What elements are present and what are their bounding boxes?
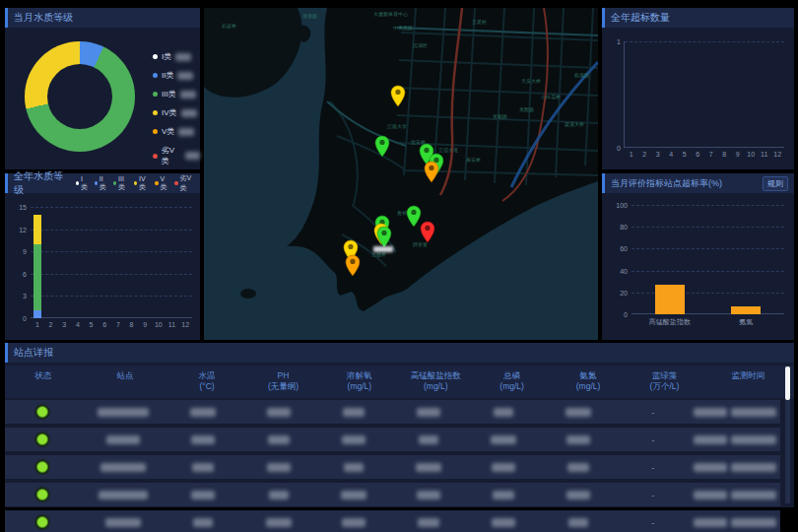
y-axis-tick: 15 bbox=[19, 204, 31, 211]
map-place-label: 中美西路 bbox=[393, 25, 413, 32]
masked-date bbox=[694, 491, 727, 499]
map-place-label: 小白花桥 bbox=[541, 94, 561, 100]
masked-value bbox=[193, 518, 213, 527]
legend-dot bbox=[155, 181, 158, 185]
legend-dot bbox=[113, 181, 116, 185]
column-header-PH: PH(无量纲) bbox=[245, 366, 321, 398]
x-axis-tick: 10 bbox=[747, 148, 755, 158]
cell-氨氮 bbox=[541, 435, 616, 444]
cell-高锰酸盐指数 bbox=[391, 463, 466, 472]
legend-dot bbox=[153, 129, 158, 134]
x-axis-tick: 7 bbox=[709, 148, 713, 158]
masked-date bbox=[694, 463, 727, 472]
x-axis-tick: 6 bbox=[102, 318, 106, 328]
legend-item[interactable]: II类 bbox=[95, 175, 107, 192]
cell-蓝绿藻: - bbox=[616, 463, 691, 472]
y-axis-tick: 40 bbox=[620, 267, 632, 274]
cell-监测时间 bbox=[691, 408, 780, 417]
masked-date bbox=[694, 435, 727, 444]
panel-header: 当月评价指标站点超标率(%) 规则 bbox=[602, 173, 794, 193]
legend-item[interactable]: 劣V类 bbox=[174, 173, 194, 193]
bar-高锰酸盐指数[interactable] bbox=[655, 285, 685, 314]
panel-header: 当月水质等级 bbox=[5, 8, 200, 28]
legend-item[interactable]: V类 bbox=[155, 175, 168, 192]
legend-dot bbox=[76, 181, 79, 185]
legend-dot bbox=[95, 181, 98, 185]
x-axis-tick: 2 bbox=[49, 318, 53, 328]
legend-item[interactable]: IV类 bbox=[153, 107, 200, 118]
legend-item[interactable]: IV类 bbox=[134, 175, 150, 192]
masked-value bbox=[100, 463, 146, 472]
x-axis-tick: 1 bbox=[35, 318, 39, 328]
map-place-label: 梁溪大桥 bbox=[565, 121, 584, 128]
map-panel[interactable]: 石皮桥渔港路大塘新体育中心中美西路滨湖区五星村天安大桥小白花桥机场路吴都路吴郡路… bbox=[204, 8, 598, 340]
x-axis-tick: 5 bbox=[683, 148, 687, 158]
table-row[interactable]: - bbox=[5, 428, 780, 451]
masked-value bbox=[190, 408, 216, 417]
cell-水温 bbox=[166, 408, 240, 417]
table-row[interactable]: - bbox=[5, 483, 780, 506]
x-axis-tick: 1 bbox=[630, 148, 633, 158]
panel-header: 站点详报 bbox=[5, 343, 794, 363]
table-row[interactable]: - bbox=[5, 400, 780, 424]
legend-label: III类 bbox=[162, 89, 176, 100]
legend-value-masked bbox=[180, 91, 196, 99]
rate-chart[interactable]: 020406080100高锰酸盐指数氨氮 bbox=[632, 205, 784, 314]
y-axis-tick: 9 bbox=[23, 248, 31, 255]
legend-value-masked bbox=[175, 53, 191, 61]
legend-item[interactable]: 劣V类 bbox=[153, 145, 200, 166]
cell-站点 bbox=[80, 435, 166, 444]
donut-chart[interactable] bbox=[25, 41, 135, 152]
legend-item[interactable]: III类 bbox=[113, 175, 128, 192]
map-place-label: 江南大学 bbox=[387, 123, 407, 130]
x-axis-tick: 4 bbox=[669, 148, 673, 158]
legend-item[interactable]: V类 bbox=[153, 126, 200, 137]
masked-value bbox=[566, 435, 590, 444]
y-gridline bbox=[31, 296, 192, 297]
x-axis-tick: 4 bbox=[76, 318, 80, 328]
legend-value-masked bbox=[178, 128, 194, 136]
cell-蓝绿藻: - bbox=[616, 491, 691, 499]
exceed-chart[interactable]: 01123456789101112 bbox=[624, 41, 784, 148]
y-gridline bbox=[632, 205, 784, 206]
cell-氨氮 bbox=[541, 408, 616, 417]
bar-segment-III类 bbox=[33, 244, 41, 311]
legend-item[interactable]: III类 bbox=[153, 89, 200, 100]
masked-value bbox=[342, 518, 366, 527]
legend-item[interactable]: I类 bbox=[153, 51, 200, 62]
panel-current-month-quality: 当月水质等级 I类II类III类IV类V类劣V类 bbox=[5, 8, 200, 169]
table-row[interactable]: - bbox=[5, 510, 780, 532]
bar-氨氮[interactable] bbox=[731, 306, 761, 314]
legend-value-masked bbox=[185, 152, 200, 160]
table-scrollbar-thumb[interactable] bbox=[785, 366, 790, 400]
legend-label: V类 bbox=[162, 126, 174, 137]
cell-溶解氧 bbox=[316, 408, 391, 417]
rule-button[interactable]: 规则 bbox=[763, 176, 788, 191]
column-header-溶解氧: 溶解氧(mg/L) bbox=[321, 366, 397, 398]
cell-氨氮 bbox=[541, 518, 616, 527]
cell-水温 bbox=[166, 518, 240, 527]
x-axis-tick: 10 bbox=[155, 318, 163, 328]
masked-value bbox=[565, 408, 591, 417]
cell-PH bbox=[241, 408, 316, 417]
y-gridline bbox=[31, 230, 192, 231]
cell-监测时间 bbox=[691, 463, 780, 472]
cell-状态 bbox=[5, 461, 80, 473]
masked-value bbox=[99, 491, 148, 499]
city-map[interactable]: 石皮桥渔港路大塘新体育中心中美西路滨湖区五星村天安大桥小白花桥机场路吴都路吴郡路… bbox=[204, 8, 598, 340]
map-place-label: 石皮桥 bbox=[222, 23, 236, 30]
legend-label: II类 bbox=[162, 70, 173, 81]
cell-监测时间 bbox=[691, 491, 780, 499]
legend-dot bbox=[153, 73, 158, 78]
table-row[interactable]: - bbox=[5, 455, 780, 479]
cell-溶解氧 bbox=[316, 518, 391, 527]
panel-header: 全年水质等级 I类II类III类IV类V类劣V类 bbox=[5, 173, 200, 193]
yearbar-chart[interactable]: 03691215123456789101112 bbox=[31, 207, 192, 318]
legend-item[interactable]: I类 bbox=[76, 175, 89, 192]
cell-总磷 bbox=[466, 518, 541, 527]
x-axis-tick: 7 bbox=[116, 318, 120, 328]
masked-value bbox=[492, 518, 515, 527]
legend-label: 劣V类 bbox=[180, 173, 194, 193]
legend-dot bbox=[153, 110, 158, 115]
legend-item[interactable]: II类 bbox=[153, 70, 200, 81]
